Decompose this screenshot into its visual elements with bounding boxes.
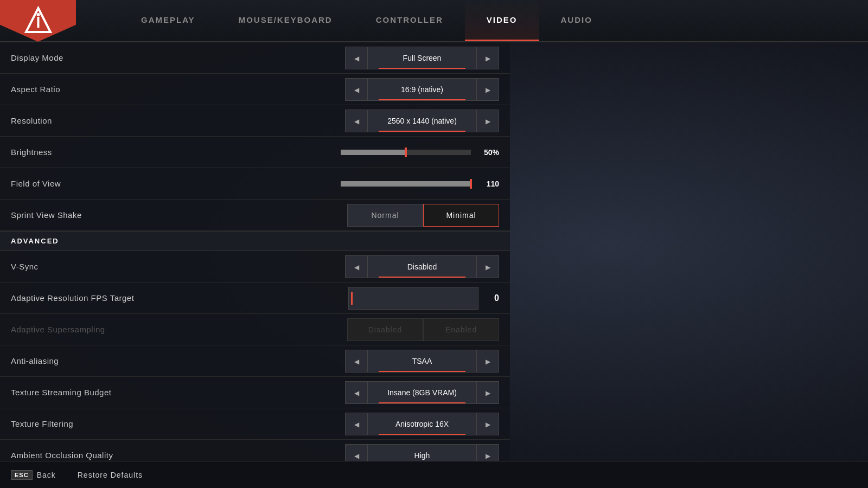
fov-value: 110 — [477, 179, 499, 188]
texture-streaming-selector: Insane (8GB VRAM) — [345, 381, 499, 404]
vsync-prev[interactable] — [345, 255, 368, 278]
texture-filtering-control: Anisotropic 16X — [293, 413, 499, 435]
vsync-control: Disabled — [293, 255, 499, 278]
tab-audio[interactable]: AUDIO — [539, 0, 614, 41]
aspect-ratio-prev[interactable] — [345, 78, 368, 101]
nav-tabs: GAMEPLAY MOUSE/KEYBOARD CONTROLLER VIDEO… — [119, 0, 614, 41]
anti-aliasing-prev[interactable] — [345, 350, 368, 373]
anti-aliasing-value: TSAA — [368, 350, 476, 373]
tab-gameplay[interactable]: GAMEPLAY — [119, 0, 217, 41]
chevron-left-icon — [354, 388, 359, 397]
setting-adaptive-supersampling: Adaptive Supersampling Disabled Enabled — [0, 314, 510, 345]
ambient-occlusion-label: Ambient Occlusion Quality — [11, 451, 293, 460]
logo-area — [0, 0, 76, 42]
back-button[interactable]: ESC Back — [11, 470, 56, 480]
tab-controller[interactable]: CONTROLLER — [354, 0, 465, 41]
display-mode-next[interactable] — [476, 47, 499, 69]
settings-panel: Display Mode Full Screen Aspect Ratio 16… — [0, 42, 510, 461]
anti-aliasing-next[interactable] — [476, 350, 499, 373]
ambient-occlusion-prev[interactable] — [345, 444, 368, 461]
sprint-view-shake-label: Sprint View Shake — [11, 210, 293, 220]
sprint-view-shake-normal[interactable]: Normal — [347, 204, 423, 227]
chevron-right-icon — [486, 451, 490, 460]
setting-brightness: Brightness 50% — [0, 137, 510, 168]
adaptive-supersampling-toggle: Disabled Enabled — [347, 318, 499, 341]
fov-label: Field of View — [11, 179, 293, 188]
ambient-occlusion-next[interactable] — [476, 444, 499, 461]
ambient-occlusion-value: High — [368, 444, 476, 461]
brightness-slider-track[interactable] — [341, 150, 471, 155]
anti-aliasing-control: TSAA — [293, 350, 499, 373]
adaptive-supersampling-control: Disabled Enabled — [293, 318, 499, 341]
adaptive-fps-label: Adaptive Resolution FPS Target — [11, 293, 293, 303]
display-mode-prev[interactable] — [345, 47, 368, 69]
brightness-slider-thumb — [405, 147, 407, 157]
resolution-prev[interactable] — [345, 110, 368, 132]
display-mode-label: Display Mode — [11, 53, 293, 62]
adaptive-supersampling-enabled[interactable]: Enabled — [423, 318, 499, 341]
sprint-view-shake-toggle: Normal Minimal — [347, 204, 499, 227]
setting-adaptive-fps: Adaptive Resolution FPS Target 0 — [0, 282, 510, 314]
topbar: GAMEPLAY MOUSE/KEYBOARD CONTROLLER VIDEO… — [0, 0, 868, 42]
vsync-selector: Disabled — [345, 255, 499, 278]
vsync-next[interactable] — [476, 255, 499, 278]
chevron-right-icon — [486, 117, 490, 125]
resolution-next[interactable] — [476, 110, 499, 132]
fov-slider-thumb — [470, 179, 472, 189]
texture-streaming-control: Insane (8GB VRAM) — [293, 381, 499, 404]
back-label: Back — [37, 471, 56, 479]
aspect-ratio-value: 16:9 (native) — [368, 78, 476, 101]
chevron-right-icon — [486, 420, 490, 428]
aspect-ratio-next[interactable] — [476, 78, 499, 101]
fov-slider-track[interactable] — [341, 181, 471, 187]
texture-streaming-next[interactable] — [476, 381, 499, 404]
chevron-right-icon — [486, 54, 490, 62]
aspect-ratio-selector: 16:9 (native) — [345, 78, 499, 101]
setting-vsync: V-Sync Disabled — [0, 251, 510, 282]
chevron-right-icon — [486, 85, 490, 94]
esc-key-label: ESC — [11, 470, 33, 480]
resolution-label: Resolution — [11, 116, 293, 125]
setting-fov: Field of View 110 — [0, 168, 510, 200]
vsync-value: Disabled — [368, 255, 476, 278]
adaptive-supersampling-disabled[interactable]: Disabled — [347, 318, 423, 341]
adaptive-supersampling-label: Adaptive Supersampling — [11, 325, 293, 334]
fov-slider-container: 110 — [341, 179, 499, 188]
setting-resolution: Resolution 2560 x 1440 (native) — [0, 105, 510, 137]
setting-texture-streaming: Texture Streaming Budget Insane (8GB VRA… — [0, 377, 510, 408]
settings-scroll[interactable]: Display Mode Full Screen Aspect Ratio 16… — [0, 42, 510, 461]
brightness-slider-container: 50% — [341, 148, 499, 157]
chevron-left-icon — [354, 54, 359, 62]
main-content: Display Mode Full Screen Aspect Ratio 16… — [0, 42, 868, 461]
adaptive-fps-display: 0 — [483, 293, 499, 303]
chevron-right-icon — [486, 388, 490, 397]
brightness-label: Brightness — [11, 147, 293, 157]
chevron-left-icon — [354, 420, 359, 428]
restore-defaults-label: Restore Defaults — [78, 471, 143, 479]
tab-mouse-keyboard[interactable]: MOUSE/KEYBOARD — [217, 0, 354, 41]
texture-filtering-next[interactable] — [476, 413, 499, 435]
aspect-ratio-control: 16:9 (native) — [293, 78, 499, 101]
display-mode-control: Full Screen — [293, 47, 499, 69]
texture-filtering-selector: Anisotropic 16X — [345, 413, 499, 435]
restore-defaults-button[interactable]: Restore Defaults — [78, 471, 143, 479]
apex-logo — [23, 6, 53, 36]
advanced-section-header: ADVANCED — [0, 231, 510, 251]
chevron-left-icon — [354, 357, 359, 365]
adaptive-fps-input-container: 0 — [348, 287, 499, 310]
chevron-left-icon — [354, 262, 359, 271]
texture-filtering-value: Anisotropic 16X — [368, 413, 476, 435]
texture-streaming-prev[interactable] — [345, 381, 368, 404]
setting-anti-aliasing: Anti-aliasing TSAA — [0, 345, 510, 377]
setting-sprint-view-shake: Sprint View Shake Normal Minimal — [0, 200, 510, 231]
chevron-left-icon — [354, 451, 359, 460]
bottom-bar: ESC Back Restore Defaults — [0, 461, 868, 488]
sprint-view-shake-minimal[interactable]: Minimal — [423, 204, 499, 227]
tab-video[interactable]: VIDEO — [465, 0, 539, 41]
setting-aspect-ratio: Aspect Ratio 16:9 (native) — [0, 74, 510, 105]
adaptive-fps-control: 0 — [293, 287, 499, 310]
resolution-control: 2560 x 1440 (native) — [293, 110, 499, 132]
adaptive-fps-track[interactable] — [348, 287, 478, 310]
chevron-right-icon — [486, 262, 490, 271]
texture-filtering-prev[interactable] — [345, 413, 368, 435]
